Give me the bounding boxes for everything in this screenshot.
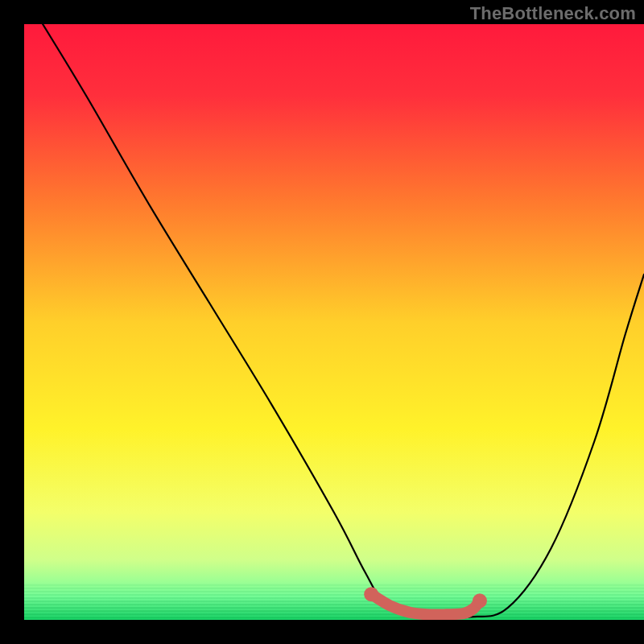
svg-rect-5	[24, 597, 644, 600]
optimal-range-end-dot	[473, 593, 487, 608]
attribution-label: TheBottleneck.com	[470, 3, 636, 24]
bottleneck-chart	[0, 0, 644, 644]
svg-rect-6	[24, 601, 644, 603]
gradient-background	[24, 24, 644, 620]
svg-rect-7	[24, 604, 644, 606]
chart-frame: TheBottleneck.com	[0, 0, 644, 644]
svg-rect-11	[24, 617, 644, 619]
svg-rect-3	[24, 591, 644, 593]
svg-rect-10	[24, 613, 644, 616]
svg-rect-1	[24, 584, 644, 587]
optimal-range-start-dot	[364, 587, 378, 601]
svg-rect-9	[24, 610, 644, 613]
svg-rect-8	[24, 607, 644, 609]
svg-rect-2	[24, 588, 644, 590]
svg-rect-12	[24, 620, 644, 622]
svg-rect-4	[24, 594, 644, 597]
